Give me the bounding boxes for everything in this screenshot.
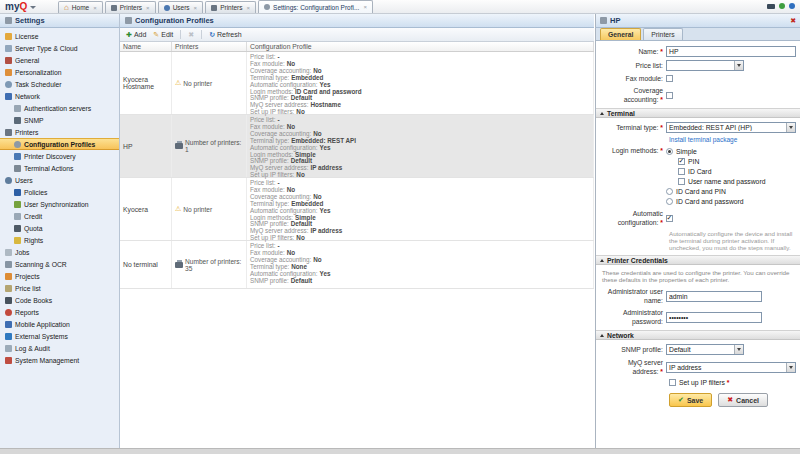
administrator-user-name-input[interactable] [666, 291, 762, 302]
tab-home[interactable]: ⌂Home× [58, 1, 103, 13]
keyboard-icon[interactable] [767, 4, 775, 9]
set-up-ip-filters-checkbox[interactable] [669, 379, 676, 386]
sidebar-item-mobile-application[interactable]: Mobile Application [0, 318, 119, 330]
tab-general[interactable]: General [600, 28, 641, 40]
option-user-name-password[interactable]: User name and password [678, 176, 765, 186]
option-simple[interactable]: Simple [666, 146, 765, 156]
sidebar-item-code-books[interactable]: Code Books [0, 294, 119, 306]
table-row-selected[interactable]: HP Number of printers: 1 Price list:- Fa… [120, 115, 594, 178]
option-id-card-and-pin[interactable]: ID Card and PIN [666, 186, 765, 196]
chevron-down-icon[interactable] [734, 61, 743, 70]
option-id-card[interactable]: ID Card [678, 166, 765, 176]
section-printer-credentials[interactable]: Printer Credentials [596, 255, 800, 265]
option-id-card-and-password[interactable]: ID Card and password [666, 196, 765, 206]
option-pin[interactable]: ✓PIN [678, 156, 765, 166]
tab-printers[interactable]: Printers [643, 28, 682, 40]
sidebar-item-network[interactable]: Network [0, 90, 119, 102]
chevron-down-icon[interactable] [786, 123, 795, 132]
section-terminal[interactable]: Terminal [596, 108, 800, 118]
sidebar-item-configuration-profiles[interactable]: Configuration Profiles [0, 138, 119, 150]
id-card-checkbox[interactable] [678, 168, 685, 175]
chevron-down-icon[interactable] [786, 363, 795, 372]
delete-button[interactable]: ✖ [188, 31, 194, 39]
fax-module-checkbox[interactable] [666, 75, 673, 82]
sidebar-item-user-synchronization[interactable]: User Synchronization [0, 198, 119, 210]
tab-close-icon[interactable]: × [194, 5, 198, 11]
cancel-button[interactable]: ✖Cancel [718, 393, 768, 407]
server-status-icon[interactable] [779, 3, 785, 9]
tab-users[interactable]: Users× [158, 1, 204, 13]
pin-checkbox[interactable]: ✓ [678, 158, 685, 165]
sidebar-item-general[interactable]: General [0, 54, 119, 66]
log-icon [5, 345, 12, 352]
sidebar-item-server-type-cloud[interactable]: Server Type & Cloud [0, 42, 119, 54]
edit-button[interactable]: ✎Edit [153, 31, 173, 39]
sidebar-item-personalization[interactable]: Personalization [0, 66, 119, 78]
pencil-icon: ✎ [153, 31, 159, 39]
column-header-printers[interactable]: Printers [172, 42, 247, 51]
sidebar-item-credit[interactable]: Credit [0, 210, 119, 222]
profile-icon [600, 17, 607, 24]
check-icon: ✔ [678, 396, 684, 404]
sidebar-item-policies[interactable]: Policies [0, 186, 119, 198]
radio-simple[interactable] [666, 148, 673, 155]
sidebar-item-license[interactable]: License [0, 30, 119, 42]
myq-logo[interactable]: myQ [5, 1, 36, 12]
install-terminal-package-link[interactable]: Install terminal package [669, 136, 737, 143]
save-button[interactable]: ✔Save [669, 393, 712, 407]
sidebar-item-authentication-servers[interactable]: Authentication servers [0, 102, 119, 114]
help-icon[interactable] [789, 3, 795, 9]
tab-printers-1[interactable]: Printers× [105, 1, 156, 13]
table-row[interactable]: Kyocera Hostname ⚠No printer Price list:… [120, 52, 594, 115]
name-input[interactable] [666, 46, 796, 57]
price-list-select[interactable] [666, 60, 744, 71]
administrator-password-input[interactable] [666, 312, 762, 323]
tab-close-icon[interactable]: × [363, 4, 367, 10]
sidebar-item-jobs[interactable]: Jobs [0, 246, 119, 258]
profile-line: Price list:- [250, 54, 590, 61]
automatic-configuration-checkbox[interactable]: ✓ [666, 215, 673, 222]
tab-close-icon[interactable]: × [146, 5, 150, 11]
column-header-configuration-profile[interactable]: Configuration Profile [247, 42, 594, 51]
section-network[interactable]: Network [596, 330, 800, 340]
tools-icon [5, 57, 12, 64]
table-row[interactable]: Kyocera ⚠No printer Price list:- Fax mod… [120, 178, 594, 241]
sidebar-item-printers[interactable]: Printers [0, 126, 119, 138]
terminal-type-select[interactable]: Embedded: REST API (HP) [666, 122, 796, 133]
close-icon[interactable]: ✖ [790, 17, 796, 25]
sidebar-item-printer-discovery[interactable]: Printer Discovery [0, 150, 119, 162]
radio-card-password[interactable] [666, 198, 673, 205]
sidebar-item-snmp[interactable]: SNMP [0, 114, 119, 126]
tab-settings-configuration-profiles[interactable]: Settings: Configuration Profi...× [258, 0, 373, 13]
sidebar-item-external-systems[interactable]: External Systems [0, 330, 119, 342]
snmp-profile-select[interactable]: Default [666, 344, 744, 355]
add-button[interactable]: ✚Add [126, 31, 146, 39]
sidebar-item-rights[interactable]: Rights [0, 234, 119, 246]
tab-close-icon[interactable]: × [247, 5, 251, 11]
logo-dropdown-icon[interactable] [30, 6, 36, 9]
collapse-icon [600, 259, 604, 262]
chevron-down-icon[interactable] [734, 345, 743, 354]
sidebar-item-task-scheduler[interactable]: Task Scheduler [0, 78, 119, 90]
coverage-accounting-checkbox[interactable] [666, 92, 673, 99]
sidebar-item-price-list[interactable]: Price list [0, 282, 119, 294]
printer-icon [111, 5, 117, 11]
column-header-name[interactable]: Name [120, 42, 172, 51]
sidebar-item-reports[interactable]: Reports [0, 306, 119, 318]
sidebar-item-system-management[interactable]: System Management [0, 354, 119, 366]
myq-server-address-select[interactable]: IP address [666, 362, 796, 373]
refresh-button[interactable]: ↻Refresh [209, 31, 241, 39]
tab-close-icon[interactable]: × [93, 5, 97, 11]
sidebar-item-quota[interactable]: Quota [0, 222, 119, 234]
radio-card-pin[interactable] [666, 188, 673, 195]
user-pass-checkbox[interactable] [678, 178, 685, 185]
sidebar-item-log-audit[interactable]: Log & Audit [0, 342, 119, 354]
sidebar-item-users[interactable]: Users [0, 174, 119, 186]
mobile-icon [5, 321, 12, 328]
sidebar-item-projects[interactable]: Projects [0, 270, 119, 282]
tab-printers-2[interactable]: Printers× [205, 1, 256, 13]
sidebar-item-terminal-actions[interactable]: Terminal Actions [0, 162, 119, 174]
sidebar-item-scanning-ocr[interactable]: Scanning & OCR [0, 258, 119, 270]
profile-line: Price list:- [250, 243, 590, 250]
table-row[interactable]: No terminal Number of printers: 35 Price… [120, 241, 594, 289]
